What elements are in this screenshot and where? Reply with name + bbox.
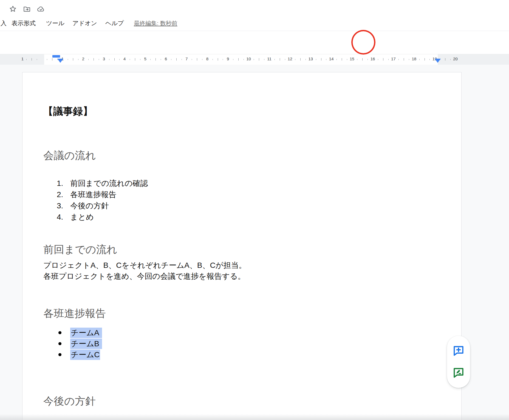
ruler-tick (155, 58, 156, 61)
ruler-tick (367, 59, 368, 60)
cloud-saved-icon[interactable] (36, 4, 46, 14)
ruler-tick (342, 58, 342, 61)
menu-format[interactable]: 表示形式 (12, 18, 36, 29)
ruler-number: 18 (412, 56, 416, 61)
ruler-tick (409, 59, 409, 60)
document-page[interactable]: 【議事録】 会議の流れ 1.前回までの流れの確認 2.各班進捗報告 3.今後の方… (22, 72, 462, 420)
selected-text[interactable]: チームB (70, 339, 102, 349)
ruler-tick (362, 58, 363, 61)
ruler-tick (140, 59, 140, 60)
ruler-number: 5 (144, 56, 146, 61)
team-list: チームA チームB チームC (22, 327, 461, 360)
ruler-tick (378, 59, 378, 60)
ruler-tick (316, 59, 316, 60)
ruler-tick (32, 58, 32, 61)
first-line-indent-marker[interactable] (52, 55, 60, 58)
body-line: 各班プロジェクトを進め、今回の会議で進捗を報告する。 (43, 271, 246, 282)
ruler-tick (321, 58, 321, 61)
ruler-tick (213, 59, 213, 60)
list-item: 2.各班進捗報告 (22, 189, 461, 200)
ruler-tick (259, 58, 259, 61)
document-canvas: 【議事録】 会議の流れ 1.前回までの流れの確認 2.各班進捗報告 3.今後の方… (0, 64, 509, 420)
ruler-number: 1 (21, 56, 24, 61)
suggest-edit-icon (453, 367, 465, 379)
agenda-list: 1.前回までの流れの確認 2.各班進捗報告 3.今後の方針 4.まとめ (22, 178, 461, 223)
suggest-edit-fab[interactable] (452, 367, 465, 379)
ruler-tick (119, 59, 120, 60)
ruler-tick (176, 58, 177, 61)
list-item: チームB (22, 338, 461, 349)
ruler-tick (336, 59, 337, 60)
ruler-tick (78, 59, 78, 60)
body-paragraph: プロジェクトA、B、CをそれぞれチームA、B、Cが担当。 各班プロジェクトを進め… (43, 260, 246, 282)
ruler-number: 17 (391, 56, 396, 61)
ruler-number: 20 (453, 56, 458, 61)
ruler-tick (233, 59, 233, 60)
ruler[interactable]: 12345678910111213141516171819201 (0, 54, 509, 65)
list-item: 1.前回までの流れの確認 (22, 178, 461, 189)
heading-meeting-flow: 会議の流れ (43, 149, 96, 163)
ruler-tick (26, 59, 27, 60)
ruler-tick (264, 59, 264, 60)
list-item: 3.今後の方針 (22, 200, 461, 211)
menu-addons[interactable]: アドオン (72, 18, 97, 29)
left-indent-marker[interactable] (57, 59, 63, 63)
ruler-tick (238, 58, 239, 61)
ruler-tick (285, 59, 285, 60)
list-item: チームC (22, 349, 461, 360)
menu-bar: 入 表示形式 ツール アドオン ヘルプ 最終編集: 数秒前 (0, 18, 509, 29)
selected-text[interactable]: チームC (70, 350, 100, 360)
star-icon[interactable] (8, 4, 18, 14)
ruler-tick (450, 59, 451, 60)
ruler-number: 16 (371, 56, 375, 61)
ruler-tick (135, 58, 135, 61)
ruler-tick (357, 59, 357, 60)
doc-title: 【議事録】 (43, 105, 93, 118)
ruler-tick (52, 58, 52, 61)
ruler-tick (419, 59, 420, 60)
ruler-tick (150, 59, 151, 60)
add-comment-fab[interactable] (452, 345, 465, 357)
ruler-tick (429, 59, 430, 60)
ruler-number: 10 (246, 56, 251, 61)
floating-action-pill (447, 336, 470, 388)
ruler-tick (347, 59, 347, 60)
ruler-tick (254, 59, 254, 60)
ruler-number: 9 (227, 56, 229, 61)
heading-previous-flow: 前回までの流れ (43, 243, 117, 257)
ruler-number: 15 (350, 56, 354, 61)
menu-insert-partial[interactable]: 入 (1, 18, 7, 29)
ruler-number: 12 (288, 56, 292, 61)
ruler-tick (182, 59, 182, 60)
ruler-tick (73, 58, 73, 61)
ruler-tick (425, 58, 425, 61)
ruler-tick (171, 59, 171, 60)
right-indent-marker[interactable] (435, 59, 441, 63)
ruler-number: 2 (82, 56, 84, 61)
ruler-tick (161, 59, 161, 60)
ruler-tick (445, 58, 445, 61)
ruler-tick (88, 59, 89, 60)
move-folder-icon[interactable] (22, 4, 32, 14)
menu-tools[interactable]: ツール (46, 18, 64, 29)
menu-help[interactable]: ヘルプ (105, 18, 124, 29)
list-item: チームA (22, 327, 461, 338)
ruler-tick (218, 58, 218, 61)
heading-future-policy: 今後の方針 (43, 394, 96, 408)
ruler-number: 14 (329, 56, 334, 61)
ruler-tick (223, 59, 223, 60)
ruler-tick (37, 59, 37, 60)
top-chrome: 入 表示形式 ツール アドオン ヘルプ 最終編集: 数秒前 (0, 0, 509, 31)
body-line: プロジェクトA、B、CをそれぞれチームA、B、Cが担当。 (43, 260, 246, 271)
last-edit-link[interactable]: 最終編集: 数秒前 (134, 18, 177, 29)
ruler-tick (326, 59, 326, 60)
ruler-tick (295, 59, 295, 60)
selected-text[interactable]: チームA (70, 328, 102, 338)
ruler-tick (244, 59, 244, 60)
ruler-tick (388, 59, 389, 60)
formatting-toolbar: 標準テキス... Arial − 11 + B I U A (0, 31, 509, 54)
ruler-number: 13 (308, 56, 313, 61)
ruler-tick (197, 58, 197, 61)
ruler-tick (47, 59, 47, 60)
ruler-tick (68, 59, 68, 60)
